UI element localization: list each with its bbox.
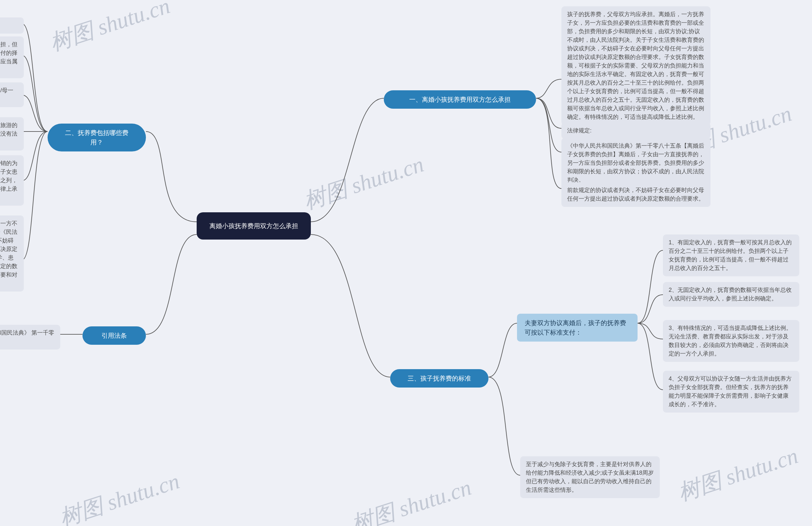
watermark: 树图 shutu.cn <box>46 0 174 58</box>
branch-4-leaf-1[interactable]: [1]《中华人民共和国民法典》 第一千零八十五条 <box>0 325 60 349</box>
branch-4[interactable]: 引用法条 <box>83 326 146 345</box>
branch-3[interactable]: 三、孩子抚养费的标准 <box>390 369 489 388</box>
branch-2-leaf-2[interactable]: 尚在校接受高中及以下学历教育的教育费应当负担，但是因为上收费较贵的私立学校，贵族… <box>0 36 24 78</box>
root-node[interactable]: 离婚小孩抚养费用双方怎么承担 <box>197 212 311 240</box>
mindmap-canvas: 树图 shutu.cn 树图 shutu.cn 树图 shutu.cn 树图 s… <box>0 0 812 526</box>
watermark: 树图 shutu.cn <box>56 466 183 526</box>
branch-2-leaf-1[interactable]: 包括子女生活费、教育费、医疗费等费用。 <box>0 17 24 34</box>
watermark: 树图 shutu.cn <box>674 441 802 508</box>
branch-2-leaf-5[interactable]: 子女大病及绝症的医疗费，以社会医疗保险能报销的为限，如子女因患有肾功能衰竭需要换… <box>0 155 24 206</box>
branch-1[interactable]: 一、离婚小孩抚养费用双方怎么承担 <box>384 90 536 109</box>
watermark: 树图 shutu.cn <box>300 150 427 216</box>
branch-3-extra[interactable]: 至于减少与免除子女抚育费，主要是针对供养人的给付能力降低和经济收入减少;或子女虽… <box>520 456 660 498</box>
branch-3-sub-leaf-2[interactable]: 2、无固定收入的，抚育费的数额可依据当年总收入或同行业平均收入，参照上述比例确定… <box>663 282 799 307</box>
branch-3-sub[interactable]: 夫妻双方协议离婚后，孩子的抚养费可按以下标准支付： <box>517 314 638 342</box>
branch-2-leaf-3[interactable]: 子女就读未经父母双方全部同意的，不同意的父/母一方可不支付该笔费用，由同意方父/… <box>0 82 24 107</box>
branch-1-leaf-4[interactable]: 前款规定的协议或者判决，不妨碍子女在必要时向父母任何一方提出超过协议或者判决原定… <box>562 182 710 207</box>
branch-2-leaf-6[interactable]: 离婚后，未抚养子女的一方已支付了抚养费，另一方不应再要求对方支付教育费、医疗费。… <box>0 215 24 291</box>
branch-2[interactable]: 二、抚养费包括哪些费用？ <box>47 124 146 151</box>
watermark: 树图 shutu.cn <box>347 473 475 526</box>
branch-1-leaf-1[interactable]: 孩子的抚养费，父母双方均应承担。离婚后，一方抚养子女，另一方应负担必要的生活费和… <box>562 6 710 125</box>
branch-1-leaf-3[interactable]: 《中华人民共和国民法典》第一千零八十五条【离婚后子女抚养费的负担】离婚后，子女由… <box>562 138 710 188</box>
branch-2-leaf-4[interactable]: 抚养费以必要为限，子女购买电脑手机等、外出旅游的费用、购买商业保险的费用等，该些… <box>0 117 24 151</box>
branch-3-sub-leaf-3[interactable]: 3、有特殊情况的，可适当提高或降低上述比例。无论生活费、教育费都应从实际出发，对… <box>663 320 799 362</box>
branch-1-leaf-2[interactable]: 法律规定: <box>562 123 710 139</box>
branch-3-sub-leaf-1[interactable]: 1、有固定收入的，抚育费一般可按其月总收入的百分之二十至三十的比例给付。负担两个… <box>663 235 799 276</box>
branch-3-sub-leaf-4[interactable]: 4、父母双方可以协议子女随一方生活并由抚养方负担子女全部抚育费。但经查实，抚养方… <box>663 371 799 412</box>
